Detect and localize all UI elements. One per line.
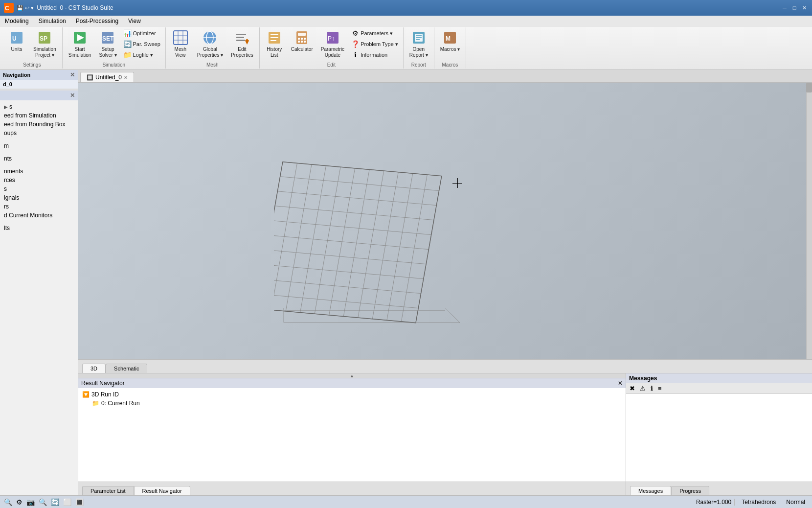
tree-item-rs[interactable]: rs xyxy=(2,202,76,211)
view-tab-close[interactable]: ✕ xyxy=(124,75,128,80)
svg-rect-27 xyxy=(298,33,306,36)
msg-info-btn[interactable]: ℹ xyxy=(649,384,654,393)
msg-warning-btn[interactable]: ⚠ xyxy=(638,384,647,393)
second-panel-close[interactable]: ✕ xyxy=(70,92,75,99)
svg-rect-20 xyxy=(236,40,245,41)
current-run-icon: 📁 xyxy=(92,400,99,407)
par-sweep-label: Par. Sweep xyxy=(133,41,160,47)
svg-marker-21 xyxy=(245,39,249,45)
parametric-update-button[interactable]: P↑ ParametricUpdate xyxy=(318,28,347,60)
optimizer-button[interactable]: 📊 Optimizer xyxy=(122,28,162,38)
ribbon-group-simulation: StartSimulation SET SetupSolver ▾ 📊 Opti… xyxy=(63,27,166,69)
status-icon-zoom[interactable]: 🔍 xyxy=(39,498,47,506)
run-id-icon: 🔽 xyxy=(82,391,90,398)
tab-schematic[interactable]: Schematic xyxy=(106,364,147,373)
second-panel-header: ✕ xyxy=(0,91,78,100)
result-navigator: ▲ Result Navigator ✕ 🔽 3D Run ID 📁 0: Cu… xyxy=(78,373,626,495)
scrollbar-thumb-right[interactable] xyxy=(806,83,812,92)
menu-view[interactable]: View xyxy=(123,17,146,25)
parameters-label: Parameters ▾ xyxy=(361,30,393,37)
result-navigator-tab[interactable]: Result Navigator xyxy=(134,486,190,495)
menu-modeling[interactable]: Modeling xyxy=(0,17,34,25)
parameter-list-tab[interactable]: Parameter List xyxy=(82,486,134,495)
msg-clear-btn[interactable]: ✖ xyxy=(628,384,636,393)
run-id-item[interactable]: 🔽 3D Run ID xyxy=(80,390,624,399)
status-icon-settings[interactable]: ⚙ xyxy=(16,498,23,506)
start-simulation-button[interactable]: StartSimulation xyxy=(66,28,94,60)
menu-postprocessing[interactable]: Post-Processing xyxy=(71,17,123,25)
tree-item-s2[interactable]: s xyxy=(2,185,76,193)
left-panel-close[interactable]: ✕ xyxy=(70,71,75,78)
tree-item-m[interactable]: m xyxy=(2,141,76,150)
tree-item-nments[interactable]: nments xyxy=(2,167,76,176)
window-controls[interactable]: ─ □ ✕ xyxy=(781,4,808,12)
viewport-3d[interactable] xyxy=(78,83,812,359)
spacer3 xyxy=(2,163,76,167)
simulation-items: StartSimulation SET SetupSolver ▾ 📊 Opti… xyxy=(66,28,162,61)
minimize-btn[interactable]: ─ xyxy=(781,4,789,12)
status-icon-magnify[interactable]: 🔍 xyxy=(4,498,12,506)
tab-3d[interactable]: 3D xyxy=(82,364,106,373)
start-simulation-icon xyxy=(72,30,88,46)
maximize-btn[interactable]: □ xyxy=(790,4,798,12)
tree-item-groups[interactable]: oups xyxy=(2,129,76,138)
edit-group-label: Edit xyxy=(327,62,336,68)
macros-items: M Macros ▾ xyxy=(437,28,463,61)
svg-rect-10 xyxy=(174,31,187,45)
svg-line-56 xyxy=(280,177,439,191)
status-icon-mesh2[interactable]: 🔳 xyxy=(75,498,84,506)
view-tab-untitled[interactable]: 🔲 Untitled_0 ✕ xyxy=(80,72,134,82)
tree-item-s[interactable]: ▶ s xyxy=(2,102,76,111)
svg-line-61 xyxy=(274,250,426,264)
calculator-button[interactable]: Calculator xyxy=(288,28,316,54)
units-button[interactable]: U Units xyxy=(5,28,28,54)
edit-properties-button[interactable]: EditProperties xyxy=(228,28,256,60)
menu-simulation[interactable]: Simulation xyxy=(34,17,71,25)
status-icon-camera[interactable]: 📷 xyxy=(26,498,35,506)
current-run-item[interactable]: 📁 0: Current Run xyxy=(80,399,624,408)
tree-item-monitors[interactable]: d Current Monitors xyxy=(2,211,76,220)
messages-tab[interactable]: Messages xyxy=(630,486,671,495)
simulation-project-button[interactable]: SP SimulationProject ▾ xyxy=(30,28,59,60)
status-icon-mesh1[interactable]: ⬜ xyxy=(63,498,71,506)
tree-item-signals[interactable]: ignals xyxy=(2,193,76,202)
result-nav-close[interactable]: ✕ xyxy=(618,380,623,387)
right-scrollbar[interactable] xyxy=(806,83,812,359)
left-panel-title: Navigation xyxy=(3,72,30,78)
history-list-button[interactable]: HistoryList xyxy=(263,28,286,60)
tree-item-rces[interactable]: rces xyxy=(2,176,76,185)
tree-expand-icon: ▶ xyxy=(4,104,8,110)
calculator-label: Calculator xyxy=(291,46,313,52)
mesh-view-button[interactable]: MeshView xyxy=(169,28,192,60)
svg-line-69 xyxy=(445,308,460,323)
tree-item-groups-label: oups xyxy=(4,130,17,137)
logfile-icon: 📁 xyxy=(124,51,132,59)
tree-item-lts[interactable]: lts xyxy=(2,224,76,232)
history-list-label: HistoryList xyxy=(267,46,282,58)
par-sweep-button[interactable]: 🔄 Par. Sweep xyxy=(122,39,162,49)
report-items: OpenReport ▾ xyxy=(406,28,431,61)
setup-solver-button[interactable]: SET SetupSolver ▾ xyxy=(96,28,119,60)
report-group-label: Report xyxy=(411,62,426,68)
logfile-button[interactable]: 📁 Logfile ▾ xyxy=(122,50,162,60)
problem-type-button[interactable]: ❓ Problem Type ▾ xyxy=(349,39,400,49)
open-report-button[interactable]: OpenReport ▾ xyxy=(406,28,431,60)
tree-item-sim[interactable]: eed from Simulation xyxy=(2,111,76,120)
open-report-label: OpenReport ▾ xyxy=(409,46,428,58)
progress-tab[interactable]: Progress xyxy=(671,486,709,495)
result-nav-header: Result Navigator ✕ xyxy=(78,378,626,388)
information-button[interactable]: ℹ Information xyxy=(349,50,400,60)
tree-item-bbox[interactable]: eed from Bounding Box xyxy=(2,120,76,129)
macros-button[interactable]: M Macros ▾ xyxy=(437,28,463,54)
msg-list-btn[interactable]: ≡ xyxy=(656,384,663,393)
collapse-handle[interactable]: ▲ xyxy=(78,373,626,378)
status-raster: Raster=1.000 xyxy=(693,499,735,506)
global-properties-icon xyxy=(202,30,218,46)
mesh-view-icon xyxy=(173,30,188,46)
simulation-col: 📊 Optimizer 🔄 Par. Sweep 📁 Logfile ▾ xyxy=(122,28,162,60)
tree-item-nts[interactable]: nts xyxy=(2,154,76,163)
close-btn[interactable]: ✕ xyxy=(800,4,808,12)
status-icon-rotate[interactable]: 🔄 xyxy=(51,498,59,506)
global-properties-button[interactable]: GlobalProperties ▾ xyxy=(194,28,226,60)
parameters-button[interactable]: ⚙ Parameters ▾ xyxy=(349,28,400,38)
